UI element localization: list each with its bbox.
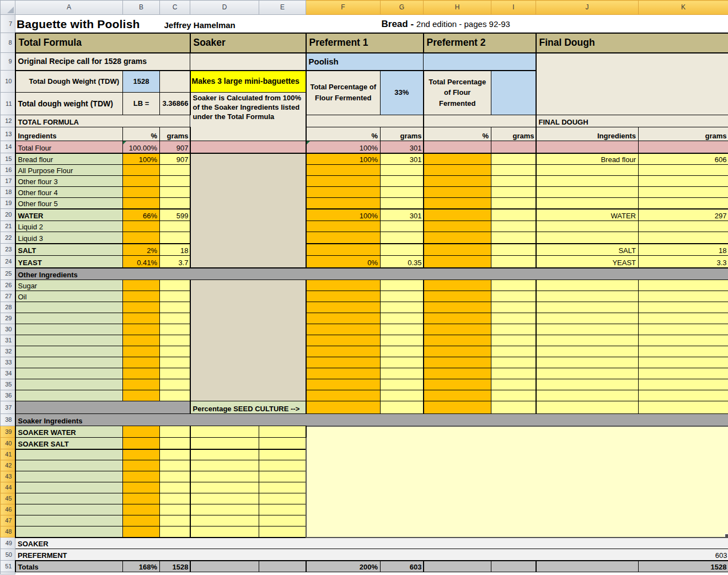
cell-F33[interactable] [306,357,381,368]
cell-J30[interactable] [536,324,639,335]
row-header-42[interactable]: 42 [1,460,15,471]
cell-I13[interactable]: grams [491,127,536,141]
cell-D48[interactable] [190,526,259,538]
row-header-9[interactable]: 9 [1,53,15,71]
cell-C42[interactable] [160,460,190,471]
cell-E45[interactable] [259,493,306,504]
cell-F31[interactable] [306,335,381,346]
cell-F30[interactable] [306,324,381,335]
cell-J16[interactable] [536,165,639,176]
cell-A29[interactable] [15,313,123,324]
cell-C28[interactable] [160,302,190,313]
cell-K24[interactable]: 3.3 [639,256,728,268]
cell-B48[interactable] [123,526,160,538]
row-header-20[interactable]: 20 [1,209,15,221]
cell-F15[interactable]: 100% [306,153,381,165]
cell-J20[interactable]: WATER [536,209,639,221]
row-header-15[interactable]: 15 [1,153,15,165]
cell-A18[interactable]: Other flour 4 [15,187,123,198]
cell-D15[interactable] [190,153,306,268]
cell-G23[interactable] [381,244,424,256]
cell-C14[interactable]: 907 [160,141,190,153]
cell-H13[interactable]: % [424,127,491,141]
cell-B26[interactable] [123,280,160,291]
cell-A34[interactable] [15,368,123,379]
cell-C13[interactable]: grams [160,127,190,141]
cell-G24[interactable]: 0.35 [381,256,424,268]
cell-F18[interactable] [306,187,381,198]
cell-I10[interactable] [491,71,536,115]
column-header-E[interactable]: E [259,1,306,15]
cell-K37[interactable] [639,401,728,414]
cell-I22[interactable] [491,232,536,244]
cell-I20[interactable] [491,209,536,221]
row-header-35[interactable]: 35 [1,379,15,390]
cell-J19[interactable] [536,198,639,209]
column-header-A[interactable]: A [15,1,123,15]
cell-F8[interactable]: Preferment 1 [306,33,424,53]
cell-D41[interactable] [190,449,259,460]
cell-K51[interactable]: 1528 [639,561,728,572]
cell-E47[interactable] [259,515,306,526]
cell-G31[interactable] [381,335,424,346]
cell-E39[interactable] [259,426,306,438]
cell-I31[interactable] [491,335,536,346]
column-header-I[interactable]: I [491,1,536,15]
column-header-H[interactable]: H [424,1,491,15]
cell-C26[interactable] [160,280,190,291]
cell-H22[interactable] [424,232,491,244]
cell-D40[interactable] [190,438,259,449]
cell-B15[interactable]: 100% [123,153,160,165]
cell-F17[interactable] [306,176,381,187]
cell-C43[interactable] [160,471,190,482]
cell-J27[interactable] [536,291,639,302]
cell-A19[interactable]: Other flour 5 [15,198,123,209]
cell-A7[interactable]: Baguette with Poolish [15,15,160,33]
cell-A43[interactable] [15,471,123,482]
row-header-7[interactable]: 7 [1,15,15,33]
cell-K16[interactable] [639,165,728,176]
cell-C22[interactable] [160,232,190,244]
cell-B20[interactable]: 66% [123,209,160,221]
cell-A[interactable] [15,572,728,574]
cell-J22[interactable] [536,232,639,244]
cell-G35[interactable] [381,379,424,390]
cell-A23[interactable]: SALT [15,244,123,256]
cell-F9[interactable]: Poolish [306,53,424,71]
cell-J36[interactable] [536,390,639,401]
cell-E41[interactable] [259,449,306,460]
cell-A10[interactable]: Total Dough Weight (TDW) [15,71,123,93]
cell-B14[interactable]: 100.00% [123,141,160,153]
cell-J15[interactable]: Bread flour [536,153,639,165]
cell-J33[interactable] [536,357,639,368]
cell-B30[interactable] [123,324,160,335]
cell-K31[interactable] [639,335,728,346]
cell-J23[interactable]: SALT [536,244,639,256]
cell-H29[interactable] [424,313,491,324]
cell-G27[interactable] [381,291,424,302]
cell-A28[interactable] [15,302,123,313]
row-header-46[interactable]: 46 [1,504,15,515]
row-header-28[interactable]: 28 [1,302,15,313]
cell-G10[interactable]: 33% [381,71,424,115]
cell-A22[interactable]: Liquid 3 [15,232,123,244]
cell-C44[interactable] [160,482,190,493]
cell-K36[interactable] [639,390,728,401]
cell-F35[interactable] [306,379,381,390]
cell-G22[interactable] [381,232,424,244]
cell-A13[interactable]: Ingredients [15,127,123,141]
cell-A41[interactable] [15,449,123,460]
row-header-32[interactable]: 32 [1,346,15,357]
cell-J9[interactable] [536,53,728,115]
cell-B11[interactable]: LB = [123,93,160,115]
cell-F7[interactable] [306,15,381,33]
row-header-51[interactable]: 51 [1,561,15,572]
cell-B46[interactable] [123,504,160,515]
cell-K18[interactable] [639,187,728,198]
cell-B13[interactable]: % [123,127,160,141]
cell-C33[interactable] [160,357,190,368]
cell-B42[interactable] [123,460,160,471]
cell-K22[interactable] [639,232,728,244]
cell-B28[interactable] [123,302,160,313]
cell-B47[interactable] [123,515,160,526]
